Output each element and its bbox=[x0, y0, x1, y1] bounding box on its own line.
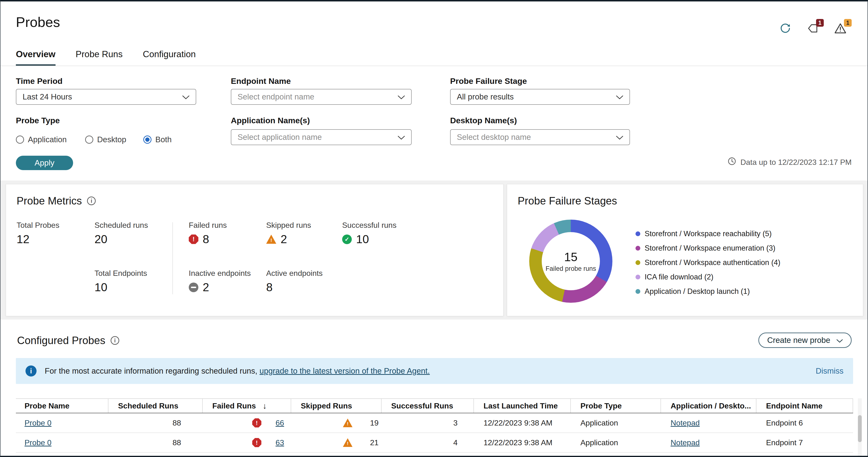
donut-center-value: 15 bbox=[564, 250, 578, 264]
col-application-desktop[interactable]: Application / Deskto... bbox=[661, 399, 756, 413]
refresh-button[interactable] bbox=[779, 23, 791, 35]
legend-item[interactable]: Storefront / Workspace authentication (4… bbox=[636, 258, 780, 267]
probe-metrics-title: Probe Metrics i bbox=[17, 195, 96, 207]
table-row-partial: ! ! bbox=[16, 453, 853, 457]
success-check-icon: ✓ bbox=[342, 234, 352, 244]
col-scheduled-runs[interactable]: Scheduled Runs bbox=[108, 399, 203, 413]
probe-type-application-radio[interactable]: Application bbox=[16, 135, 67, 144]
data-up-to: Data up to 12/22/2023 12:17 PM bbox=[727, 157, 851, 168]
probes-page: Probes 1 bbox=[0, 0, 868, 457]
table-row: Probe 0 88 ! 66 ! 19 3 12/22/2023 9:38 A… bbox=[16, 413, 853, 433]
failed-critical-icon: ! bbox=[189, 234, 198, 244]
probe-name-link[interactable]: Probe 0 bbox=[25, 419, 52, 427]
warning-icon: ! bbox=[266, 235, 276, 244]
failed-runs-link[interactable]: 63 bbox=[276, 438, 284, 447]
alerts-badge: 1 bbox=[816, 19, 824, 27]
probe-name-link[interactable]: Probe 0 bbox=[25, 438, 52, 447]
sort-desc-icon[interactable]: ↓ bbox=[262, 401, 267, 411]
info-icon: i bbox=[26, 365, 36, 377]
failed-runs-link[interactable]: 66 bbox=[276, 419, 284, 427]
metric-total-endpoints: Total Endpoints 10 bbox=[94, 269, 147, 294]
legend-item[interactable]: Application / Desktop launch (1) bbox=[636, 287, 780, 296]
col-failed-runs[interactable]: Failed Runs ↓ bbox=[203, 399, 291, 413]
desktop-names-select[interactable]: Select desktop name bbox=[450, 129, 630, 145]
probe-type-both-radio[interactable]: Both bbox=[143, 135, 172, 144]
tab-probe-runs[interactable]: Probe Runs bbox=[76, 50, 123, 66]
time-period-select[interactable]: Last 24 Hours bbox=[16, 89, 196, 105]
metric-successful-runs: Successful runs ✓ 10 bbox=[342, 221, 397, 246]
page-title: Probes bbox=[16, 14, 60, 30]
failure-stages-donut[interactable]: 15 Failed probe runs bbox=[529, 220, 612, 303]
donut-center: 15 Failed probe runs bbox=[542, 232, 600, 290]
tab-bar: Overview Probe Runs Configuration bbox=[16, 50, 196, 66]
chevron-down-icon bbox=[398, 133, 405, 142]
warnings-button[interactable]: 1 bbox=[834, 23, 846, 35]
data-up-to-text: Data up to 12/22/2023 12:17 PM bbox=[740, 158, 851, 167]
col-endpoint-name[interactable]: Endpoint Name bbox=[756, 399, 853, 413]
chevron-down-icon bbox=[616, 92, 623, 101]
inactive-minus-icon bbox=[189, 283, 198, 292]
col-successful-runs[interactable]: Successful Runs bbox=[381, 399, 474, 413]
alert-tag-icon bbox=[807, 31, 818, 35]
probe-failure-stage-select[interactable]: All probe results bbox=[450, 89, 630, 105]
table-header: Probe Name Scheduled Runs Failed Runs ↓ … bbox=[16, 398, 853, 413]
clock-icon bbox=[727, 157, 737, 168]
radio-icon bbox=[85, 135, 93, 144]
configured-probes-table: Probe Name Scheduled Runs Failed Runs ↓ … bbox=[16, 398, 853, 457]
metric-skipped-runs: Skipped runs ! 2 bbox=[266, 221, 311, 246]
failed-critical-icon: ! bbox=[252, 418, 261, 427]
time-period-label: Time Period bbox=[16, 76, 63, 86]
application-link[interactable]: Notepad bbox=[671, 419, 700, 427]
warning-icon: ! bbox=[343, 419, 352, 427]
refresh-icon bbox=[779, 31, 791, 35]
legend-dot bbox=[636, 246, 640, 251]
legend-dot bbox=[636, 231, 640, 236]
chevron-down-icon bbox=[616, 133, 623, 142]
create-new-probe-button[interactable]: Create new probe bbox=[758, 332, 851, 348]
banner-text: For the most accurate information regard… bbox=[45, 366, 430, 376]
application-names-select[interactable]: Select application name bbox=[231, 129, 412, 145]
col-probe-type[interactable]: Probe Type bbox=[571, 399, 661, 413]
legend-dot bbox=[636, 274, 640, 280]
legend-item[interactable]: Storefront / Workspace reachability (5) bbox=[636, 229, 780, 238]
header-actions: 1 1 bbox=[779, 23, 846, 35]
configured-probes-title: Configured Probes i bbox=[17, 334, 119, 347]
application-names-label: Application Name(s) bbox=[231, 116, 310, 125]
upgrade-link[interactable]: upgrade to the latest version of the Pro… bbox=[259, 366, 430, 375]
col-probe-name[interactable]: Probe Name bbox=[16, 399, 108, 413]
tab-overview[interactable]: Overview bbox=[16, 50, 56, 66]
application-link[interactable]: Notepad bbox=[671, 438, 700, 447]
metric-failed-runs: Failed runs ! 8 bbox=[189, 221, 227, 246]
metric-inactive-endpoints: Inactive endpoints 2 bbox=[189, 269, 251, 294]
legend-dot bbox=[636, 260, 640, 265]
apply-button[interactable]: Apply bbox=[16, 156, 73, 170]
col-skipped-runs[interactable]: Skipped Runs bbox=[291, 399, 381, 413]
chevron-down-icon bbox=[398, 92, 405, 101]
warnings-badge: 1 bbox=[844, 19, 851, 27]
legend-dot bbox=[636, 289, 640, 294]
probe-failure-stage-label: Probe Failure Stage bbox=[450, 76, 527, 86]
endpoint-name-label: Endpoint Name bbox=[231, 76, 291, 86]
dismiss-link[interactable]: Dismiss bbox=[816, 366, 843, 376]
probe-type-desktop-radio[interactable]: Desktop bbox=[85, 135, 126, 144]
radio-icon bbox=[143, 135, 152, 144]
info-icon[interactable]: i bbox=[111, 336, 119, 345]
chevron-down-icon bbox=[182, 92, 189, 101]
legend-item[interactable]: Storefront / Workspace enumeration (3) bbox=[636, 244, 780, 253]
desktop-names-label: Desktop Name(s) bbox=[450, 116, 517, 125]
metrics-divider bbox=[173, 222, 173, 294]
warning-icon: ! bbox=[343, 438, 352, 447]
endpoint-name-select[interactable]: Select endpoint name bbox=[231, 89, 412, 105]
warning-triangle-icon bbox=[834, 31, 846, 35]
radio-icon bbox=[16, 135, 24, 144]
alerts-button[interactable]: 1 bbox=[807, 23, 818, 35]
table-scrollbar-thumb[interactable] bbox=[858, 415, 862, 442]
legend-item[interactable]: ICA file download (2) bbox=[636, 273, 780, 281]
chevron-down-icon bbox=[837, 336, 843, 345]
tab-configuration[interactable]: Configuration bbox=[143, 50, 196, 66]
failure-stages-legend: Storefront / Workspace reachability (5) … bbox=[636, 229, 780, 296]
info-icon[interactable]: i bbox=[87, 197, 96, 205]
col-last-launched-time[interactable]: Last Launched Time bbox=[474, 399, 571, 413]
probe-type-label: Probe Type bbox=[16, 116, 60, 125]
donut-center-label: Failed probe runs bbox=[546, 265, 596, 272]
